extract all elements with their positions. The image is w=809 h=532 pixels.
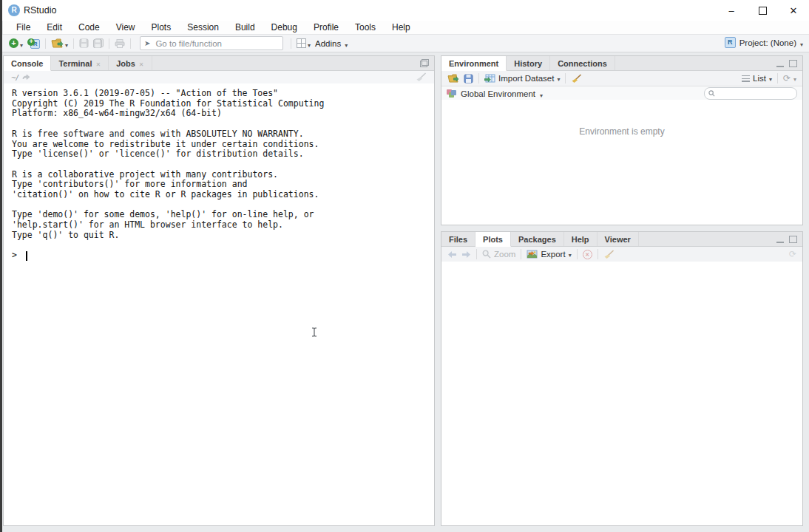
refresh-plots-button[interactable]: ⟳: [787, 250, 799, 259]
minimize-pane-icon[interactable]: [776, 59, 784, 67]
files-tabbar: Files Plots Packages Help Viewer: [441, 232, 802, 247]
environment-pane-tab[interactable]: History: [507, 56, 550, 70]
tab-label: Files: [449, 235, 467, 244]
files-pane-tab[interactable]: Help: [564, 232, 598, 246]
console-output-line: Platform: x86_64-w64-mingw32/x64 (64-bit…: [12, 109, 431, 119]
clear-console-button[interactable]: [416, 72, 427, 82]
chevron-down-icon: [345, 37, 348, 50]
next-plot-button[interactable]: [459, 250, 473, 259]
console-output-line: Type 'q()' to quit R.: [12, 231, 431, 241]
files-pane-tab[interactable]: Plots: [475, 232, 511, 247]
maximize-icon: [759, 7, 767, 15]
import-dataset-label: Import Dataset: [498, 74, 554, 83]
save-button[interactable]: [77, 36, 91, 50]
console-prompt-row: >: [12, 250, 431, 261]
files-pane-tab[interactable]: Files: [441, 232, 475, 246]
refresh-icon: ⟳: [789, 250, 796, 259]
previous-plot-button[interactable]: [445, 250, 459, 259]
project-selector[interactable]: R Project: (None): [725, 34, 803, 51]
tab-label: Plots: [483, 235, 503, 244]
console-input-area[interactable]: R version 3.6.1 (2019-07-05) -- "Action …: [4, 83, 434, 525]
maximize-pane-icon[interactable]: [420, 59, 429, 67]
new-file-icon: +: [9, 38, 18, 48]
chevron-down-icon: [308, 37, 311, 50]
save-workspace-button[interactable]: [461, 74, 475, 83]
clear-plots-button[interactable]: [601, 250, 617, 259]
clear-environment-button[interactable]: [569, 74, 584, 83]
console-output-line: [12, 160, 431, 170]
toolbar-separator: [45, 38, 46, 49]
console-pane-tab[interactable]: Jobs: [109, 56, 152, 70]
console-output-line: [12, 241, 431, 251]
tab-close-icon[interactable]: [139, 59, 144, 68]
files-pane-tab[interactable]: Viewer: [598, 232, 639, 246]
goto-file-function-search[interactable]: ➤: [140, 36, 283, 50]
console-pane-tab[interactable]: Console: [4, 56, 51, 71]
menu-item[interactable]: Tools: [347, 21, 384, 34]
export-label: Export: [541, 250, 565, 259]
environment-pane-tab[interactable]: Environment: [441, 56, 507, 71]
chevron-down-icon: [800, 36, 803, 50]
environment-search-input[interactable]: [718, 89, 793, 99]
zoom-plot-button[interactable]: Zoom: [480, 250, 518, 259]
plots-body: [441, 262, 802, 525]
print-button[interactable]: [112, 36, 127, 50]
environment-pane-corner: [776, 56, 802, 70]
menu-item[interactable]: Plots: [143, 21, 180, 34]
menu-item[interactable]: Profile: [305, 21, 347, 34]
tab-label: Console: [11, 59, 43, 68]
chevron-down-icon: [65, 37, 68, 50]
maximize-button[interactable]: [747, 0, 778, 21]
environment-empty-text: Environment is empty: [441, 126, 802, 137]
list-view-label: List: [753, 74, 766, 83]
console-tabbar: Console Terminal Jobs: [4, 56, 434, 71]
toolbar-separator: [476, 249, 477, 259]
refresh-environment-button[interactable]: ⟳: [781, 74, 799, 83]
tab-close-icon[interactable]: [95, 59, 101, 68]
console-output-line: Type 'contributors()' for more informati…: [12, 180, 431, 190]
menu-item[interactable]: Build: [227, 21, 263, 34]
menu-item[interactable]: Session: [179, 21, 227, 34]
tab-label: Help: [572, 235, 589, 244]
console-path-row: ~/: [4, 71, 434, 84]
remove-plot-button[interactable]: ✕: [580, 250, 595, 259]
zoom-label: Zoom: [494, 250, 515, 259]
menu-item[interactable]: View: [108, 21, 143, 34]
menu-item[interactable]: Edit: [38, 21, 70, 34]
minimize-button[interactable]: –: [716, 0, 747, 21]
export-plot-button[interactable]: Export: [524, 250, 573, 259]
save-all-button[interactable]: [91, 36, 106, 50]
new-project-button[interactable]: R+: [25, 36, 42, 50]
project-label: Project: (None): [739, 38, 796, 47]
minimize-pane-icon[interactable]: [776, 235, 784, 243]
environment-scope-row: Global Environment: [441, 86, 802, 101]
environment-search-box[interactable]: [704, 87, 797, 100]
menu-item[interactable]: File: [8, 21, 38, 34]
menu-item[interactable]: Debug: [263, 21, 305, 34]
console-output-line: Type 'license()' or 'licence()' for dist…: [12, 149, 431, 160]
environment-pane-tab[interactable]: Connections: [550, 56, 615, 70]
project-icon: R: [725, 37, 736, 48]
list-view-button[interactable]: List: [739, 74, 774, 83]
load-workspace-button[interactable]: [445, 74, 461, 83]
goto-file-function-input[interactable]: [154, 38, 279, 49]
import-dataset-button[interactable]: Import Dataset: [482, 74, 562, 83]
magnifier-icon: [482, 250, 491, 259]
close-button[interactable]: ✕: [778, 0, 809, 21]
pane-layout-button[interactable]: [294, 36, 313, 50]
open-file-button[interactable]: [49, 36, 70, 50]
console-pane-tab[interactable]: Terminal: [51, 56, 109, 70]
maximize-pane-icon[interactable]: [789, 236, 797, 243]
files-pane-tab[interactable]: Packages: [511, 232, 564, 246]
maximize-pane-icon[interactable]: [789, 60, 797, 67]
menu-item[interactable]: Code: [70, 21, 108, 34]
console-pane: Console Terminal Jobs ~/: [3, 55, 435, 526]
menu-item[interactable]: Help: [384, 21, 419, 34]
toolbar-separator: [73, 38, 74, 49]
console-output-line: You are welcome to redistribute it under…: [12, 140, 431, 150]
new-file-button[interactable]: +: [7, 36, 25, 50]
console-prompt: >: [12, 250, 22, 261]
goto-directory-icon[interactable]: [22, 74, 30, 81]
broom-icon: [571, 74, 582, 83]
addins-button[interactable]: Addins: [313, 36, 350, 50]
